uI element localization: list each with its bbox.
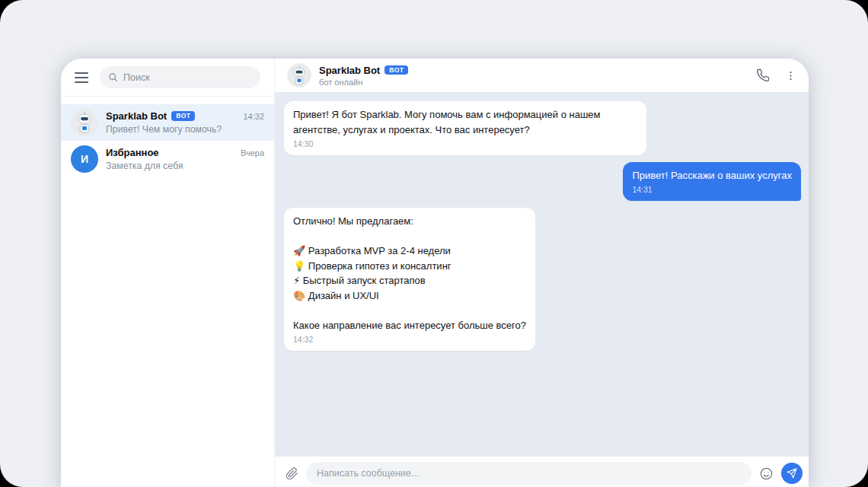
chat-header-actions (756, 68, 796, 82)
call-button[interactable] (756, 68, 770, 82)
paperclip-icon (286, 467, 298, 480)
sidebar-header: Поиск (61, 59, 274, 97)
chat-item-body: Избранное Вчера Заметка для себя (106, 147, 264, 171)
phone-icon (756, 68, 770, 82)
chat-item-name: Избранное (106, 147, 159, 158)
chat-item-preview: Заметка для себя (106, 161, 264, 171)
message-text: Отлично! Мы предлагаем: 🚀 Разработка MVP… (293, 214, 526, 333)
sidebar: Поиск (61, 59, 274, 487)
message-bubble[interactable]: Привет! Я бот Sparklab. Могу помочь вам … (284, 101, 646, 155)
message-bubble[interactable]: Отлично! Мы предлагаем: 🚀 Разработка MVP… (284, 208, 535, 351)
chat-item-time: Вчера (241, 148, 264, 158)
chat-title: Sparklab Bot (319, 65, 380, 76)
favorites-avatar: И (71, 145, 98, 173)
bot-badge: BOT (385, 65, 408, 75)
chat-panel: Sparklab Bot BOT бот онлайн (274, 59, 809, 487)
bot-avatar (287, 63, 311, 88)
emoji-button[interactable] (759, 466, 774, 481)
message-time: 14:32 (293, 334, 526, 346)
chat-status: бот онлайн (319, 78, 408, 87)
message-time: 14:31 (632, 184, 792, 196)
chat-header-meta: Sparklab Bot BOT бот онлайн (319, 65, 408, 87)
message-text: Привет! Расскажи о ваших услугах (632, 168, 792, 183)
kebab-menu-icon (785, 70, 796, 81)
attach-button[interactable] (286, 467, 298, 480)
chat-item-preview: Привет! Чем могу помочь? (106, 124, 264, 135)
menu-icon[interactable] (75, 72, 88, 83)
desktop-background: Поиск (0, 0, 868, 487)
chat-item-name: Sparklab Bot (106, 110, 167, 122)
search-icon (108, 72, 118, 82)
message-composer (275, 457, 809, 487)
send-button[interactable] (781, 463, 803, 484)
incoming-message: Отлично! Мы предлагаем: 🚀 Разработка MVP… (284, 208, 801, 351)
message-list: Привет! Я бот Sparklab. Могу помочь вам … (275, 92, 809, 457)
chat-item-time: 14:32 (243, 112, 264, 121)
message-time: 14:30 (293, 138, 637, 151)
search-placeholder: Поиск (123, 72, 150, 83)
chat-item-body: Sparklab Bot BOT 14:32 Привет! Чем могу … (106, 110, 264, 135)
chat-header: Sparklab Bot BOT бот онлайн (275, 59, 809, 92)
smiley-icon (759, 466, 774, 481)
message-bubble[interactable]: Привет! Расскажи о ваших услугах 14:31 (623, 162, 801, 201)
chat-list-item-favorites[interactable]: И Избранное Вчера Заметка для себя (61, 141, 274, 177)
send-icon (787, 468, 797, 479)
messenger-window: Поиск (61, 59, 809, 487)
chat-list: Sparklab Bot BOT 14:32 Привет! Чем могу … (61, 97, 274, 177)
search-input[interactable]: Поиск (100, 66, 260, 88)
message-text: Привет! Я бот Sparklab. Могу помочь вам … (293, 107, 637, 137)
chat-list-item-sparklab-bot[interactable]: Sparklab Bot BOT 14:32 Привет! Чем могу … (61, 104, 274, 141)
bot-badge: BOT (171, 111, 195, 121)
more-options-button[interactable] (785, 70, 796, 81)
bot-avatar (71, 109, 98, 136)
message-input[interactable] (306, 462, 752, 485)
incoming-message: Привет! Я бот Sparklab. Могу помочь вам … (284, 101, 801, 155)
outgoing-message: Привет! Расскажи о ваших услугах 14:31 (284, 162, 801, 201)
